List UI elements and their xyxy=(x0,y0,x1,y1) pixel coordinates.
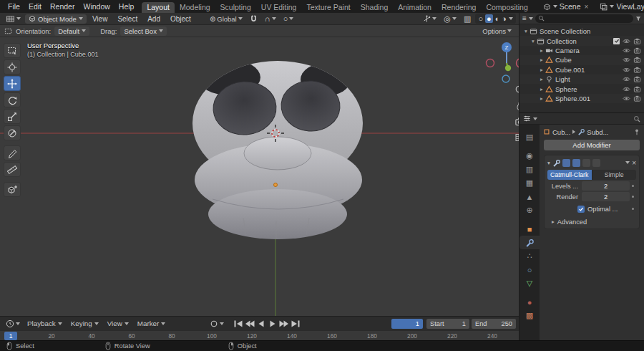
tab-shading[interactable]: Shading xyxy=(356,2,394,13)
tab-texture-paint[interactable]: Texture Paint xyxy=(301,2,355,13)
options-dropdown[interactable]: Options xyxy=(479,27,514,35)
render-visibility-icon[interactable] xyxy=(633,47,641,54)
disclosure-icon[interactable]: ▸ xyxy=(538,67,545,73)
tab-rendering[interactable]: Rendering xyxy=(436,2,481,13)
viewport-3d[interactable]: User Perspective (1) Collection | Cube.0… xyxy=(0,37,519,316)
tab-view-layer[interactable]: ▦ xyxy=(519,176,540,190)
modifier-extras-icon[interactable] xyxy=(625,161,630,164)
add-modifier-button[interactable]: Add Modifier xyxy=(544,140,640,150)
chevron-down-icon[interactable] xyxy=(533,117,537,120)
tab-tool[interactable]: ▤ xyxy=(519,130,540,144)
shading-wireframe-button[interactable]: ○ xyxy=(478,14,483,23)
modifier-close-icon[interactable]: × xyxy=(632,159,636,167)
tab-animation[interactable]: Animation xyxy=(393,2,436,13)
current-frame-field[interactable]: 1 xyxy=(391,319,423,329)
jump-to-end-button[interactable] xyxy=(290,319,301,329)
menu-view[interactable]: View xyxy=(103,319,133,327)
mode-dropdown[interactable]: Object Mode xyxy=(25,14,87,24)
tab-object-data[interactable]: ▽ xyxy=(519,277,540,290)
shading-material-button[interactable]: ◐ xyxy=(495,14,500,23)
show-overlays-toggle[interactable]: ◎ xyxy=(441,14,459,24)
tab-uv-editing[interactable]: UV Editing xyxy=(256,2,302,13)
menu-playback[interactable]: Playback xyxy=(23,319,67,327)
shading-solid-button[interactable]: ● xyxy=(485,14,493,23)
hide-eye-icon[interactable] xyxy=(623,75,630,83)
menu-view[interactable]: View xyxy=(88,15,112,23)
editor-type-button[interactable] xyxy=(3,14,24,24)
animate-dot-icon[interactable] xyxy=(632,196,634,198)
menu-marker[interactable]: Marker xyxy=(133,319,170,327)
hide-eye-icon[interactable] xyxy=(623,66,630,74)
tool-rotate[interactable] xyxy=(4,92,21,107)
tab-compositing[interactable]: Compositing xyxy=(481,2,532,13)
disclosure-icon[interactable]: ▸ xyxy=(538,57,545,63)
chevron-down-icon[interactable] xyxy=(529,17,533,20)
menu-object[interactable]: Object xyxy=(166,15,195,23)
outliner-row-scene-collection[interactable]: ▾ Scene Collection xyxy=(519,27,644,36)
modifier-realtime-toggle[interactable] xyxy=(572,159,580,167)
transform-orientation-dropdown[interactable]: ⊕Global xyxy=(207,15,245,23)
scene-unlink-icon[interactable]: × xyxy=(583,3,590,11)
tab-render[interactable]: ◉ xyxy=(519,149,540,163)
disclosure-icon[interactable]: ▸ xyxy=(538,86,545,92)
outliner-search[interactable] xyxy=(535,14,633,23)
menu-keying[interactable]: Keying xyxy=(67,319,103,327)
tab-layout[interactable]: Layout xyxy=(142,2,175,13)
outliner-search-input[interactable] xyxy=(547,15,630,22)
outliner-editor-icon[interactable]: ≡ xyxy=(522,14,527,22)
optimal-display-checkbox[interactable] xyxy=(577,206,585,213)
gizmo-y-axis[interactable] xyxy=(505,65,511,71)
playhead[interactable]: 1 xyxy=(4,332,17,340)
render-visibility-icon[interactable] xyxy=(633,95,641,102)
outliner-row-collection[interactable]: ▾ Collection xyxy=(519,36,644,45)
render-visibility-icon[interactable] xyxy=(633,85,641,93)
properties-editor-icon[interactable] xyxy=(523,115,531,122)
tab-physics[interactable]: ○ xyxy=(519,263,540,277)
tab-modeling[interactable]: Modeling xyxy=(175,2,215,13)
menu-file[interactable]: File xyxy=(4,0,24,13)
breadcrumb-object[interactable]: Cub... xyxy=(552,128,570,136)
orientation-setting-dropdown[interactable]: Default xyxy=(54,27,89,36)
hide-eye-icon[interactable] xyxy=(623,56,630,64)
breadcrumb-data[interactable]: Subd... xyxy=(587,128,608,136)
frame-end-field[interactable]: End250 xyxy=(472,319,516,329)
menu-edit[interactable]: Edit xyxy=(24,0,46,13)
tool-scale[interactable] xyxy=(4,109,21,124)
disclosure-icon[interactable]: ▾ xyxy=(522,28,530,34)
gizmo-z-neg-axis[interactable] xyxy=(502,75,509,82)
tab-output[interactable]: ▥ xyxy=(519,163,540,176)
hide-eye-icon[interactable] xyxy=(623,85,630,93)
menu-window[interactable]: Window xyxy=(79,0,114,13)
outliner-row-cube[interactable]: ▸ Cube xyxy=(519,55,644,64)
expand-icon[interactable]: ▾ xyxy=(547,160,550,166)
play-reverse-button[interactable] xyxy=(255,319,267,329)
tool-annotate[interactable] xyxy=(4,145,21,160)
filter-icon[interactable] xyxy=(635,15,641,22)
auto-keying-button[interactable] xyxy=(207,319,227,328)
tool-add-cube[interactable] xyxy=(4,182,21,197)
play-button[interactable] xyxy=(267,319,278,329)
advanced-row[interactable]: ▸ Advanced xyxy=(547,217,636,226)
jump-to-start-button[interactable] xyxy=(233,319,244,329)
menu-help[interactable]: Help xyxy=(114,0,139,13)
tool-select-box[interactable] xyxy=(4,43,21,58)
outliner-row-camera[interactable]: ▸ Camera xyxy=(519,46,644,55)
tool-cursor[interactable] xyxy=(4,59,21,74)
collection-exclude-checkbox[interactable] xyxy=(613,38,620,44)
tab-scene[interactable]: ▲ xyxy=(519,190,540,203)
tab-world[interactable]: ⊕ xyxy=(519,203,540,217)
menu-add[interactable]: Add xyxy=(143,15,165,23)
modifier-cage-toggle[interactable] xyxy=(592,159,600,167)
tab-particles[interactable]: ∴ xyxy=(519,249,540,263)
snap-target-dropdown[interactable]: ∩ xyxy=(262,14,279,23)
tool-move[interactable] xyxy=(4,76,21,91)
xray-toggle[interactable]: ▥ xyxy=(461,14,474,24)
prev-keyframe-button[interactable] xyxy=(244,319,255,329)
menu-select[interactable]: Select xyxy=(113,15,142,23)
frame-start-field[interactable]: Start1 xyxy=(426,319,469,329)
render-visibility-icon[interactable] xyxy=(633,37,641,45)
next-keyframe-button[interactable] xyxy=(278,319,290,329)
outliner-row-light[interactable]: ▸ Light xyxy=(519,74,644,84)
shading-rendered-button[interactable]: ◑ xyxy=(502,14,507,23)
tab-modifiers[interactable] xyxy=(519,236,540,249)
